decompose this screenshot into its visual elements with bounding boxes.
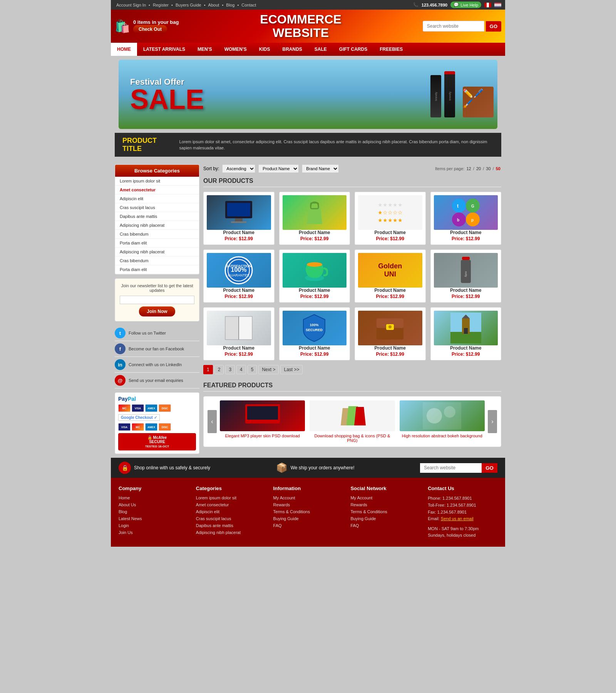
nav-mens[interactable]: MEN'S bbox=[191, 43, 218, 56]
items-50[interactable]: 50 bbox=[496, 166, 500, 171]
footer-cat-link[interactable]: Cras suscipit lacus bbox=[196, 516, 231, 521]
footer-search-input[interactable] bbox=[420, 463, 482, 473]
footer-search-button[interactable]: GO bbox=[482, 463, 497, 473]
footer-cat-link[interactable]: Dapibus ante mattis bbox=[196, 523, 233, 528]
product-image: 100%SECURED bbox=[283, 311, 347, 345]
product-title: PRODUCT TITLE bbox=[122, 137, 172, 153]
checkout-button[interactable]: Check Out bbox=[133, 25, 167, 33]
flag-canada[interactable] bbox=[484, 3, 491, 7]
list-item[interactable]: Dapibus ante mattis bbox=[115, 212, 199, 221]
account-signin-link[interactable]: Account Sign In bbox=[116, 3, 146, 7]
product-price: Price: $12.99 bbox=[358, 294, 422, 299]
footer-blog-link[interactable]: Blog bbox=[119, 509, 127, 514]
list-item[interactable]: Cras suscipit lacus bbox=[115, 203, 199, 212]
page-1[interactable]: 1 bbox=[203, 365, 213, 374]
category-link[interactable]: Cras bibendum bbox=[120, 232, 149, 236]
footer-social: Social Network My Account Rewards Terms … bbox=[350, 485, 420, 539]
list-item[interactable]: Lorem ipsum dolor sit bbox=[115, 177, 199, 186]
product-card: SATISFACTION100%GUARANTEE Product Name P… bbox=[203, 249, 275, 303]
about-link[interactable]: About bbox=[208, 3, 219, 7]
footer-my-account-link[interactable]: My Account bbox=[273, 495, 295, 500]
items-30[interactable]: 30 bbox=[486, 166, 490, 171]
category-link[interactable]: Porta diam elit bbox=[120, 241, 147, 245]
newsletter-email-input[interactable] bbox=[120, 296, 194, 304]
join-now-button[interactable]: Join Now bbox=[139, 306, 175, 316]
page-4[interactable]: 4 bbox=[236, 365, 246, 374]
footer-social-terms-link[interactable]: Terms & Conditions bbox=[350, 509, 387, 514]
footer-social-buying-link[interactable]: Buying Guide bbox=[350, 516, 376, 521]
nav-womens[interactable]: WOMEN'S bbox=[218, 43, 253, 56]
blog-link[interactable]: Blog bbox=[226, 3, 234, 7]
category-link-active[interactable]: Amet consectetur bbox=[120, 187, 156, 192]
footer-terms-link[interactable]: Terms & Conditions bbox=[273, 509, 310, 514]
footer-faq-link[interactable]: FAQ bbox=[273, 523, 282, 528]
sort-product-name-select[interactable]: Product Name bbox=[258, 164, 299, 173]
nav-freebies[interactable]: FREEBIES bbox=[373, 43, 409, 56]
list-item[interactable]: Porta diam elit bbox=[115, 239, 199, 248]
category-link[interactable]: Lorem ipsum dolor sit bbox=[120, 179, 160, 183]
nav-gift-cards[interactable]: GIFT CARDS bbox=[333, 43, 373, 56]
page-3[interactable]: 3 bbox=[225, 365, 235, 374]
items-12[interactable]: 12 bbox=[466, 166, 471, 171]
nav-latest-arrivals[interactable]: LATEST ARRIVALS bbox=[137, 43, 191, 56]
search-input[interactable] bbox=[423, 21, 484, 32]
visa-icon: VISA bbox=[132, 404, 144, 412]
footer-cat-link[interactable]: Lorem ipsum dolor sit bbox=[196, 495, 236, 500]
footer-buying-guide-link[interactable]: Buying Guide bbox=[273, 516, 299, 521]
contact-link[interactable]: Contact bbox=[241, 3, 256, 7]
list-item[interactable]: Amet consectetur bbox=[115, 186, 199, 194]
live-help-badge[interactable]: 💬 Live Help bbox=[450, 2, 481, 8]
footer-latest-news-link[interactable]: Latest News bbox=[119, 516, 142, 521]
list-item[interactable]: Porta diam elit bbox=[115, 265, 199, 274]
category-link[interactable]: Adipiscin elit bbox=[120, 196, 143, 201]
footer-cat-link[interactable]: Adipiscin elit bbox=[196, 509, 219, 514]
items-20[interactable]: 20 bbox=[476, 166, 481, 171]
search-button[interactable]: GO bbox=[486, 21, 501, 32]
list-item[interactable]: Cras bibendum bbox=[115, 230, 199, 239]
footer-rewards-link[interactable]: Rewards bbox=[273, 502, 290, 507]
list-item[interactable]: Cras bibendum bbox=[115, 256, 199, 265]
featured-item-title-2[interactable]: Download shopping bag & icons (PSD & PNG… bbox=[310, 434, 395, 443]
footer-home-link[interactable]: Home bbox=[119, 495, 130, 500]
footer-join-link[interactable]: Join Us bbox=[119, 530, 133, 535]
nav-home[interactable]: HOME bbox=[111, 43, 137, 56]
featured-item-title-3[interactable]: High resolution abstract bokeh backgroun… bbox=[400, 434, 485, 438]
footer-cat-link[interactable]: Adipiscing nibh placerat bbox=[196, 530, 241, 535]
list-item[interactable]: Adipiscing nibh placerat bbox=[115, 248, 199, 256]
page-2[interactable]: 2 bbox=[214, 365, 224, 374]
featured-item-title-1[interactable]: Elegant MP3 player skin PSD download bbox=[220, 434, 305, 438]
sort-ascending-select[interactable]: Ascending bbox=[222, 164, 255, 173]
carousel-next-button[interactable]: › bbox=[488, 410, 497, 433]
nav-sale[interactable]: SALE bbox=[308, 43, 333, 56]
nav-kids[interactable]: KIDS bbox=[253, 43, 276, 56]
category-link[interactable]: Adipiscing nibh placerat bbox=[120, 249, 164, 254]
nav-brands[interactable]: BRANDS bbox=[276, 43, 308, 56]
category-link[interactable]: Cras suscipit lacus bbox=[120, 205, 155, 210]
linkedin-link[interactable]: in Connect with us on LinkedIn bbox=[115, 357, 199, 373]
sort-brand-select[interactable]: Brand Name bbox=[302, 164, 339, 173]
footer-social-rewards-link[interactable]: Rewards bbox=[350, 502, 367, 507]
carousel-prev-button[interactable]: ‹ bbox=[208, 410, 217, 433]
flag-usa[interactable] bbox=[494, 3, 501, 7]
page-last[interactable]: Last >> bbox=[280, 365, 303, 374]
footer-about-link[interactable]: About Us bbox=[119, 502, 136, 507]
buyers-guide-link[interactable]: Buyers Guide bbox=[176, 3, 201, 7]
list-item[interactable]: Adipiscin elit bbox=[115, 194, 199, 203]
facebook-link[interactable]: f Become our fan on Facebook bbox=[115, 341, 199, 357]
register-link[interactable]: Register bbox=[153, 3, 169, 7]
category-link[interactable]: Porta diam elit bbox=[120, 267, 147, 272]
footer-social-account-link[interactable]: My Account bbox=[350, 495, 372, 500]
twitter-link[interactable]: t Follow us on Twitter bbox=[115, 325, 199, 341]
email-link[interactable]: @ Send us your email enquiries bbox=[115, 373, 199, 388]
footer-cat-link[interactable]: Amet consectetur bbox=[196, 502, 229, 507]
footer-login-link[interactable]: Login bbox=[119, 523, 129, 528]
category-link[interactable]: Adipiscing nibh placerat bbox=[120, 223, 164, 228]
category-link[interactable]: Cras bibendum bbox=[120, 258, 149, 263]
footer-email-link[interactable]: Send us an email bbox=[441, 516, 474, 521]
list-item[interactable]: Adipiscing nibh placerat bbox=[115, 221, 199, 230]
page-5[interactable]: 5 bbox=[248, 365, 257, 374]
page-next[interactable]: Next > bbox=[258, 365, 279, 374]
footer-social-faq-link[interactable]: FAQ bbox=[350, 523, 359, 528]
footer-information-title: Information bbox=[273, 485, 343, 491]
category-link[interactable]: Dapibus ante mattis bbox=[120, 214, 157, 219]
